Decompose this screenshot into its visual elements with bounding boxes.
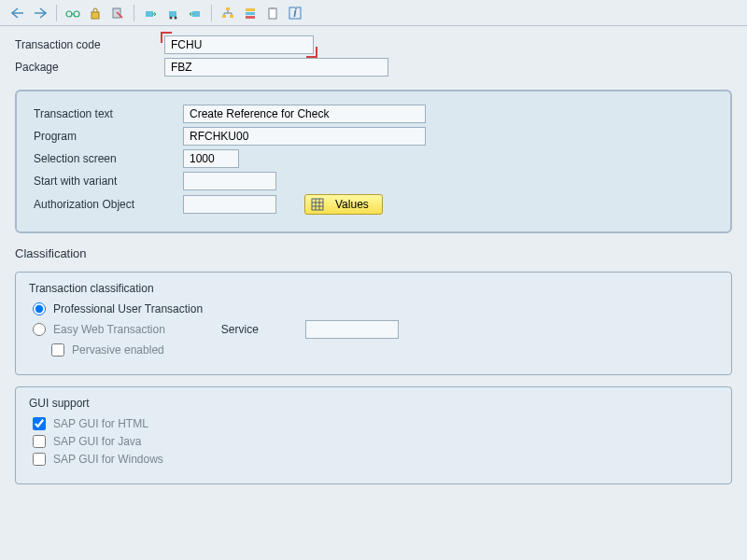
selection-screen-label: Selection screen xyxy=(34,152,183,165)
svg-rect-13 xyxy=(246,12,255,15)
package-input[interactable] xyxy=(164,58,388,77)
info-icon[interactable]: i xyxy=(285,4,305,22)
svg-rect-8 xyxy=(192,11,200,17)
svg-rect-5 xyxy=(169,11,176,17)
svg-rect-15 xyxy=(269,8,276,19)
values-button[interactable]: Values xyxy=(304,194,383,215)
transport-out-icon[interactable] xyxy=(185,4,205,22)
transaction-classification-title: Transaction classification xyxy=(29,282,718,295)
svg-rect-11 xyxy=(230,15,233,18)
transport-in-icon[interactable] xyxy=(140,4,161,22)
gui-java-row: SAP GUI for Java xyxy=(33,435,718,448)
paste-icon[interactable] xyxy=(107,4,128,22)
content-area: Transaction code Package Transaction tex… xyxy=(0,26,747,560)
svg-rect-19 xyxy=(312,199,323,210)
program-label: Program xyxy=(34,130,183,143)
authorization-object-label: Authorization Object xyxy=(34,198,183,211)
svg-rect-16 xyxy=(271,7,275,9)
transaction-code-input[interactable] xyxy=(164,35,314,54)
transaction-text-input[interactable] xyxy=(183,105,426,123)
toolbar-divider xyxy=(134,5,134,21)
gui-html-checkbox[interactable] xyxy=(33,417,46,430)
transaction-text-row: Transaction text xyxy=(34,105,713,123)
gui-html-row: SAP GUI for HTML xyxy=(33,417,718,430)
transaction-code-label: Transaction code xyxy=(15,38,164,51)
transaction-code-highlight xyxy=(164,35,314,54)
start-with-variant-row: Start with variant xyxy=(34,172,713,190)
service-input[interactable] xyxy=(305,320,399,339)
program-row: Program xyxy=(34,127,713,146)
svg-point-6 xyxy=(170,16,173,19)
svg-rect-10 xyxy=(222,15,226,18)
authorization-object-row: Authorization Object Values xyxy=(34,194,713,215)
svg-text:i: i xyxy=(293,7,297,20)
professional-radio[interactable] xyxy=(33,302,46,315)
gui-java-checkbox[interactable] xyxy=(33,435,46,448)
pervasive-checkbox-label: Pervasive enabled xyxy=(72,343,164,357)
service-label: Service xyxy=(221,323,305,336)
transaction-classification-group: Transaction classification Professional … xyxy=(15,272,732,375)
svg-rect-4 xyxy=(146,11,153,17)
lock-icon[interactable] xyxy=(85,4,106,22)
professional-radio-row: Professional User Transaction xyxy=(33,302,718,315)
gui-java-label: SAP GUI for Java xyxy=(53,435,141,448)
toolbar-divider xyxy=(56,5,57,21)
svg-point-7 xyxy=(175,16,177,19)
hierarchy-icon[interactable] xyxy=(218,4,238,22)
gui-support-title: GUI support xyxy=(29,397,718,410)
table-icon xyxy=(311,198,324,211)
stack-icon[interactable] xyxy=(240,4,261,22)
classification-title: Classification xyxy=(15,246,732,260)
package-label: Package xyxy=(15,61,164,74)
svg-rect-14 xyxy=(246,16,255,19)
easy-web-radio[interactable] xyxy=(33,323,46,336)
gui-windows-row: SAP GUI for Windows xyxy=(33,453,718,466)
values-button-label: Values xyxy=(335,198,369,211)
package-row: Package xyxy=(15,58,732,77)
glasses-icon[interactable] xyxy=(63,4,83,22)
transport-icon[interactable] xyxy=(162,4,183,22)
toolbar: i xyxy=(0,0,747,26)
easy-web-radio-row: Easy Web Transaction Service xyxy=(33,320,718,339)
pervasive-check-row: Pervasive enabled xyxy=(51,343,718,357)
forward-icon[interactable] xyxy=(30,4,50,22)
clipboard-icon[interactable] xyxy=(262,4,283,22)
selection-screen-row: Selection screen xyxy=(34,149,713,168)
toolbar-divider xyxy=(211,5,212,21)
svg-rect-2 xyxy=(92,12,99,19)
back-icon[interactable] xyxy=(7,4,28,22)
gui-windows-label: SAP GUI for Windows xyxy=(53,453,163,466)
selection-screen-input[interactable] xyxy=(183,149,239,168)
authorization-object-input[interactable] xyxy=(183,195,276,214)
transaction-text-label: Transaction text xyxy=(34,107,183,120)
svg-point-1 xyxy=(74,11,79,17)
svg-point-0 xyxy=(66,11,72,17)
svg-rect-9 xyxy=(226,7,230,10)
program-input[interactable] xyxy=(183,127,426,146)
transaction-code-row: Transaction code xyxy=(15,35,732,54)
details-panel: Transaction text Program Selection scree… xyxy=(15,90,732,233)
easy-web-radio-label: Easy Web Transaction xyxy=(53,323,165,336)
professional-radio-label: Professional User Transaction xyxy=(53,302,203,315)
start-with-variant-input[interactable] xyxy=(183,172,276,190)
svg-rect-12 xyxy=(246,8,255,11)
gui-windows-checkbox[interactable] xyxy=(33,453,46,466)
pervasive-checkbox[interactable] xyxy=(51,343,64,357)
gui-support-group: GUI support SAP GUI for HTML SAP GUI for… xyxy=(15,386,732,484)
start-with-variant-label: Start with variant xyxy=(34,175,183,188)
gui-html-label: SAP GUI for HTML xyxy=(53,417,148,430)
